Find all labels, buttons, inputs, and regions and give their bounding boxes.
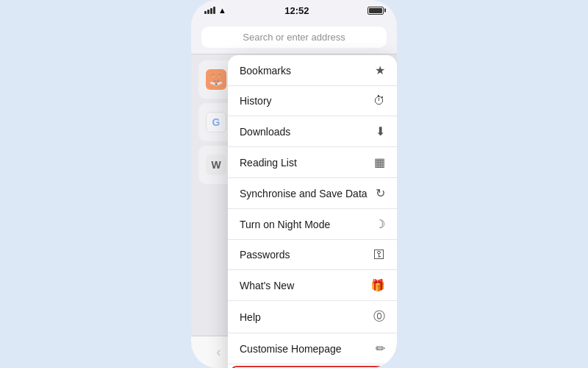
status-right bbox=[368, 7, 384, 15]
sync-icon: ↻ bbox=[376, 186, 385, 200]
back-icon: ‹ bbox=[216, 344, 220, 360]
whats-new-icon: 🎁 bbox=[370, 278, 385, 292]
reading-list-label: Reading List bbox=[240, 157, 297, 169]
address-bar: Search or enter address bbox=[191, 21, 397, 54]
customise-label: Customise Homepage bbox=[240, 343, 342, 355]
history-icon: ⏱ bbox=[373, 94, 385, 107]
google-icon: G bbox=[206, 112, 226, 132]
status-left: ▲ bbox=[204, 6, 226, 15]
status-time: 12:52 bbox=[284, 5, 309, 16]
sync-label: Synchronise and Save Data bbox=[240, 188, 368, 199]
wikipedia-icon: W bbox=[206, 155, 226, 175]
firefox-icon: 🦊 bbox=[206, 69, 226, 90]
passwords-icon: ⚿ bbox=[373, 248, 385, 261]
bookmarks-icon: ★ bbox=[375, 63, 385, 77]
bookmarks-label: Bookmarks bbox=[240, 65, 291, 77]
battery-fill bbox=[369, 8, 382, 13]
menu-item-history[interactable]: History ⏱ bbox=[228, 86, 397, 116]
phone-frame: ▲ 12:52 Search or enter address 🦊 Firefo… bbox=[191, 0, 397, 368]
whats-new-label: What's New bbox=[240, 280, 294, 291]
help-icon: ⓪ bbox=[373, 309, 385, 325]
menu-item-help[interactable]: Help ⓪ bbox=[228, 301, 397, 333]
browser-content: Search or enter address 🦊 Firefox G Goo.… bbox=[191, 21, 397, 368]
downloads-icon: ⬇ bbox=[376, 124, 385, 138]
menu-item-downloads[interactable]: Downloads ⬇ bbox=[228, 116, 397, 147]
menu-item-night-mode[interactable]: Turn on Night Mode ☽ bbox=[228, 209, 397, 240]
menu-item-bookmarks[interactable]: Bookmarks ★ bbox=[228, 55, 397, 86]
status-bar: ▲ 12:52 bbox=[191, 0, 397, 21]
reading-list-icon: ▦ bbox=[374, 155, 385, 169]
address-input[interactable]: Search or enter address bbox=[201, 26, 387, 48]
passwords-label: Passwords bbox=[240, 249, 290, 261]
night-mode-icon: ☽ bbox=[375, 217, 385, 231]
wifi-icon: ▲ bbox=[218, 6, 226, 15]
battery-icon bbox=[368, 7, 384, 15]
menu-item-customise[interactable]: Customise Homepage ✏ bbox=[228, 333, 397, 364]
customise-icon: ✏ bbox=[376, 342, 385, 355]
menu-item-passwords[interactable]: Passwords ⚿ bbox=[228, 240, 397, 270]
night-mode-label: Turn on Night Mode bbox=[240, 219, 330, 230]
signal-icon bbox=[204, 7, 215, 14]
downloads-label: Downloads bbox=[240, 126, 290, 138]
menu-item-sync[interactable]: Synchronise and Save Data ↻ bbox=[228, 178, 397, 209]
menu-item-reading-list[interactable]: Reading List ▦ bbox=[228, 147, 397, 178]
help-label: Help bbox=[240, 311, 261, 323]
menu-item-whats-new[interactable]: What's New 🎁 bbox=[228, 270, 397, 301]
history-label: History bbox=[240, 95, 272, 107]
dropdown-menu: Bookmarks ★ History ⏱ Downloads ⬇ Readin… bbox=[228, 55, 397, 368]
